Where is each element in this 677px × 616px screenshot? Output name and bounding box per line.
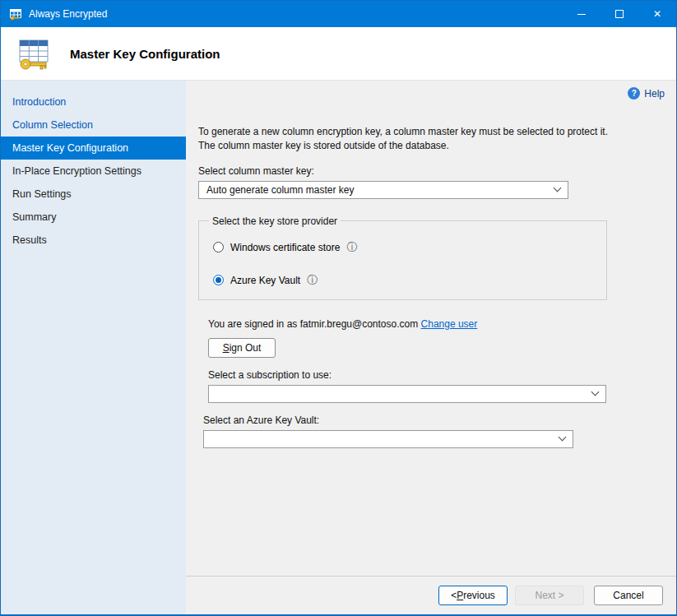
next-button[interactable]: Next >	[515, 586, 584, 605]
master-key-configuration-page: ? Help To generate a new column encrypti…	[186, 81, 676, 576]
always-encrypted-window: Always Encrypted ✕ Master Key Configurat…	[0, 0, 677, 616]
nav-item-run-settings[interactable]: Run Settings	[1, 183, 186, 206]
wizard-body: Introduction Column Selection Master Key…	[1, 81, 676, 614]
sign-out-access-key: S	[223, 342, 230, 354]
wizard-nav: Introduction Column Selection Master Key…	[1, 81, 186, 614]
signed-in-status: You are signed in as fatmir.bregu@contos…	[208, 318, 663, 330]
titlebar: Always Encrypted ✕	[1, 1, 676, 27]
nav-item-summary[interactable]: Summary	[1, 206, 186, 229]
radio-windows-certificate-store[interactable]: Windows certificate store ⓘ	[213, 242, 596, 253]
minimize-button[interactable]	[563, 1, 600, 27]
sign-out-button[interactable]: Sign Out	[208, 338, 276, 358]
radio-azure-key-vault[interactable]: Azure Key Vault ⓘ	[213, 275, 596, 286]
table-key-icon	[16, 35, 53, 72]
chevron-down-icon	[559, 433, 567, 442]
info-icon[interactable]: ⓘ	[307, 275, 318, 285]
master-key-label: Select column master key:	[198, 165, 663, 177]
minimize-icon	[577, 14, 586, 15]
page-title: Master Key Configuration	[70, 47, 220, 61]
maximize-icon	[615, 10, 624, 18]
cancel-button[interactable]: Cancel	[594, 586, 663, 605]
close-icon: ✕	[653, 9, 661, 19]
info-icon[interactable]: ⓘ	[346, 242, 357, 252]
maximize-button[interactable]	[600, 1, 638, 27]
chevron-down-icon	[591, 388, 600, 396]
help-label: Help	[644, 88, 665, 100]
sign-out-label-rest: ign Out	[230, 342, 262, 354]
app-icon-small	[9, 7, 22, 21]
help-link[interactable]: ? Help	[628, 87, 665, 100]
signed-in-text: You are signed in as fatmir.bregu@contos…	[208, 318, 418, 330]
column-master-key-value: Auto generate column master key	[206, 184, 354, 196]
azure-key-vault-dropdown[interactable]	[203, 430, 573, 448]
wizard-header: Master Key Configuration	[1, 27, 676, 81]
radio-azure-key-vault-label: Azure Key Vault	[230, 275, 300, 286]
previous-button[interactable]: < Previous	[438, 586, 508, 605]
window-title: Always Encrypted	[29, 8, 107, 20]
nav-item-master-key-configuration[interactable]: Master Key Configuration	[1, 137, 186, 160]
column-master-key-dropdown[interactable]: Auto generate column master key	[198, 181, 568, 199]
radio-checked-icon	[213, 275, 224, 285]
previous-label-rest: revious	[463, 590, 495, 601]
previous-access-key: P	[457, 590, 463, 601]
nav-item-in-place-encryption[interactable]: In-Place Encryption Settings	[1, 160, 186, 183]
key-store-provider-group: Select the key store provider Windows ce…	[198, 215, 607, 300]
help-icon: ?	[628, 87, 640, 100]
subscription-dropdown[interactable]	[208, 385, 606, 403]
change-user-link[interactable]: Change user	[421, 318, 478, 330]
close-button[interactable]: ✕	[638, 1, 676, 27]
radio-windows-certificate-store-label: Windows certificate store	[230, 242, 340, 253]
nav-item-introduction[interactable]: Introduction	[1, 90, 186, 113]
intro-text: To generate a new column encryption key,…	[198, 125, 616, 154]
chevron-down-icon	[554, 184, 562, 192]
subscription-label: Select a subscription to use:	[208, 369, 663, 381]
content-column: ? Help To generate a new column encrypti…	[186, 81, 676, 614]
previous-prefix: <	[451, 590, 457, 601]
wizard-footer: < Previous Next > Cancel	[186, 576, 676, 614]
azure-key-vault-label: Select an Azure Key Vault:	[203, 415, 663, 426]
nav-item-column-selection[interactable]: Column Selection	[1, 113, 186, 137]
radio-unchecked-icon	[213, 242, 224, 252]
nav-item-results[interactable]: Results	[1, 229, 186, 252]
key-store-provider-group-label: Select the key store provider	[209, 215, 341, 227]
